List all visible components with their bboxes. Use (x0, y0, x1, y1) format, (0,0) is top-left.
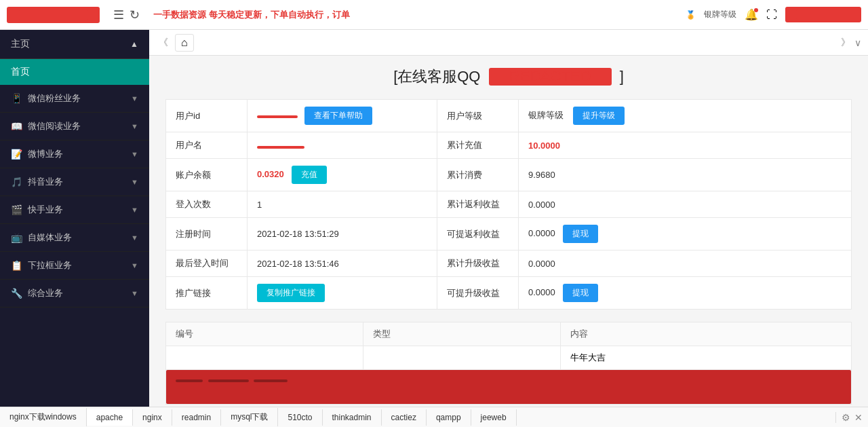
settings-icon[interactable]: ⚙ (842, 412, 850, 423)
field-value-reg-time: 2021-02-18 13:51:29 (248, 218, 437, 250)
chevron-down-icon: ▼ (131, 289, 138, 297)
bottom-link-apache[interactable]: apache (87, 409, 133, 426)
topbar-logo: LOGO (7, 7, 100, 23)
announce-col-type: 类型 (363, 322, 561, 346)
breadcrumb-back-button[interactable]: 《 (156, 35, 171, 50)
sidebar-item-label: 自媒体业务 (28, 231, 131, 244)
sidebar-item-label: 微信阅读业务 (28, 120, 131, 132)
menu-icon[interactable]: ☰ (113, 7, 124, 22)
bell-icon[interactable]: 🔔 (745, 8, 758, 21)
field-value-total-upgrade: 0.0000 (519, 250, 852, 277)
withdraw-upgrade-button[interactable]: 提现 (563, 284, 598, 302)
breadcrumb-home-button[interactable]: ⌂ (175, 34, 194, 52)
field-label-userid: 用户id (166, 100, 248, 132)
table-row: 用户名 累计充值 10.0000 (166, 132, 852, 159)
general-icon: 🔧 (11, 288, 22, 299)
view-order-help-button[interactable]: 查看下单帮助 (304, 107, 372, 125)
refresh-icon[interactable]: ↻ (130, 7, 140, 22)
field-value-total-recharge: 10.0000 (519, 132, 852, 159)
info-table: 用户id 查看下单帮助 用户等级 银牌等级 提升等级 用户名 (165, 99, 852, 310)
chevron-down-icon: ▼ (131, 122, 138, 130)
user-button[interactable]: USER (785, 7, 861, 22)
sidebar-item-wechat-fans[interactable]: 📱 微信粉丝业务 ▼ (0, 85, 149, 113)
sidebar-item-label: 下拉框业务 (28, 259, 131, 272)
banner-item-3 (254, 379, 288, 382)
banner-item-2 (208, 379, 249, 382)
field-label-withdrawable-upgrade: 可提升级收益 (437, 277, 519, 310)
sidebar-item-dropdown[interactable]: 📋 下拉框业务 ▼ (0, 252, 149, 280)
qq-title-prefix: [在线客服QQ (393, 68, 480, 85)
field-label-total-recharge: 累计充值 (437, 132, 519, 159)
announce-banner-cell (166, 370, 852, 405)
level-text: 银牌等级 (704, 9, 736, 20)
bottom-links: nginx下载windows apache nginx readmin mysq… (0, 408, 835, 426)
table-row: 最后登入时间 2021-02-18 13:51:46 累计升级收益 0.0000 (166, 250, 852, 277)
breadcrumb-more-button[interactable]: 》 (841, 37, 850, 49)
bottom-link-510cto[interactable]: 510cto (278, 409, 322, 426)
field-label-total-upgrade: 累计升级收益 (437, 250, 519, 277)
bottom-link-thinkadmin[interactable]: thinkadmin (323, 409, 382, 426)
topbar-marquee: 一手数据资源 每天稳定更新，下单自动执行，订单 (153, 9, 672, 21)
sidebar-item-general[interactable]: 🔧 综合业务 ▼ (0, 280, 149, 308)
sidebar-item-weibo[interactable]: 📝 微博业务 ▼ (0, 141, 149, 168)
announce-header-row: 编号 类型 内容 (166, 322, 852, 346)
content-area: 《 ⌂ 》 ∨ [在线客服QQ REDACTED ] 用户id (149, 30, 868, 407)
sidebar-item-douyin[interactable]: 🎵 抖音业务 ▼ (0, 168, 149, 196)
total-recharge-value: 10.0000 (528, 141, 560, 151)
sidebar-item-wechat-read[interactable]: 📖 微信阅读业务 ▼ (0, 113, 149, 141)
recharge-button[interactable]: 充值 (292, 166, 327, 184)
bottom-right-icons: ⚙ ✕ (835, 412, 868, 423)
bottom-link-mysql[interactable]: mysql下载 (221, 408, 278, 426)
user-label: USER (796, 10, 850, 20)
sidebar-item-label: 快手业务 (28, 204, 131, 216)
table-row: 推广链接 复制推广链接 可提升级收益 0.0000 提现 (166, 277, 852, 310)
field-label-userlevel: 用户等级 (437, 100, 519, 132)
sidebar-home-label: 主页 (11, 38, 30, 50)
close-icon[interactable]: ✕ (854, 412, 863, 423)
table-row: 注册时间 2021-02-18 13:51:29 可提返利收益 0.0000 提… (166, 218, 852, 250)
sidebar-item-home[interactable]: 首页 (0, 59, 149, 85)
field-label-balance: 账户余额 (166, 159, 248, 191)
announce-content: 牛年大吉 (561, 346, 852, 370)
withdrawable-upgrade-value: 0.0000 (528, 287, 555, 297)
qq-title: [在线客服QQ REDACTED ] (165, 67, 852, 87)
sidebar-item-media[interactable]: 📺 自媒体业务 ▼ (0, 224, 149, 252)
topbar-icons: ☰ ↻ (113, 7, 140, 22)
userlevel-value: 银牌等级 (528, 110, 564, 120)
qq-number-redacted: REDACTED (489, 68, 612, 86)
field-value-login-count: 1 (248, 191, 437, 218)
bottom-link-nginx[interactable]: nginx (133, 409, 172, 426)
sidebar-header: 主页 ▲ (0, 30, 149, 59)
bottom-link-qampp[interactable]: qampp (427, 409, 471, 426)
kuaishou-icon: 🎬 (11, 204, 22, 215)
field-value-userid: 查看下单帮助 (248, 100, 437, 132)
announce-row: 牛年大吉 (166, 346, 852, 370)
field-value-withdrawable-rebate: 0.0000 提现 (519, 218, 852, 250)
field-value-total-rebate: 0.0000 (519, 191, 852, 218)
bottom-link-nginx-win[interactable]: nginx下载windows (0, 408, 87, 426)
field-value-promo-link: 复制推广链接 (248, 277, 437, 310)
bottom-link-cactiez[interactable]: cactiez (382, 409, 427, 426)
weibo-icon: 📝 (11, 149, 22, 160)
sidebar-item-kuaishou[interactable]: 🎬 快手业务 ▼ (0, 196, 149, 224)
table-row: 登入次数 1 累计返利收益 0.0000 (166, 191, 852, 218)
withdrawable-rebate-value: 0.0000 (528, 228, 555, 238)
bottom-link-jeeweb[interactable]: jeeweb (471, 409, 517, 426)
withdraw-rebate-button[interactable]: 提现 (563, 225, 598, 243)
chevron-down-icon: ▼ (131, 178, 138, 186)
field-value-last-login: 2021-02-18 13:51:46 (248, 250, 437, 277)
field-label-username: 用户名 (166, 132, 248, 159)
field-label-reg-time: 注册时间 (166, 218, 248, 250)
copy-promo-link-button[interactable]: 复制推广链接 (257, 284, 325, 302)
field-label-last-login: 最后登入时间 (166, 250, 248, 277)
upgrade-level-button[interactable]: 提升等级 (573, 107, 625, 125)
bottom-link-readmin[interactable]: readmin (172, 409, 221, 426)
logo-text: LOGO (19, 10, 87, 20)
sidebar-home-arrow[interactable]: ▲ (130, 39, 138, 49)
topbar: LOGO ☰ ↻ 一手数据资源 每天稳定更新，下单自动执行，订单 🏅 银牌等级 … (0, 0, 868, 30)
field-label-total-consume: 累计消费 (437, 159, 519, 191)
expand-icon[interactable]: ⛶ (766, 9, 777, 21)
field-label-withdrawable-rebate: 可提返利收益 (437, 218, 519, 250)
level-icon: 🏅 (686, 10, 696, 20)
breadcrumb-expand-button[interactable]: ∨ (854, 37, 861, 48)
